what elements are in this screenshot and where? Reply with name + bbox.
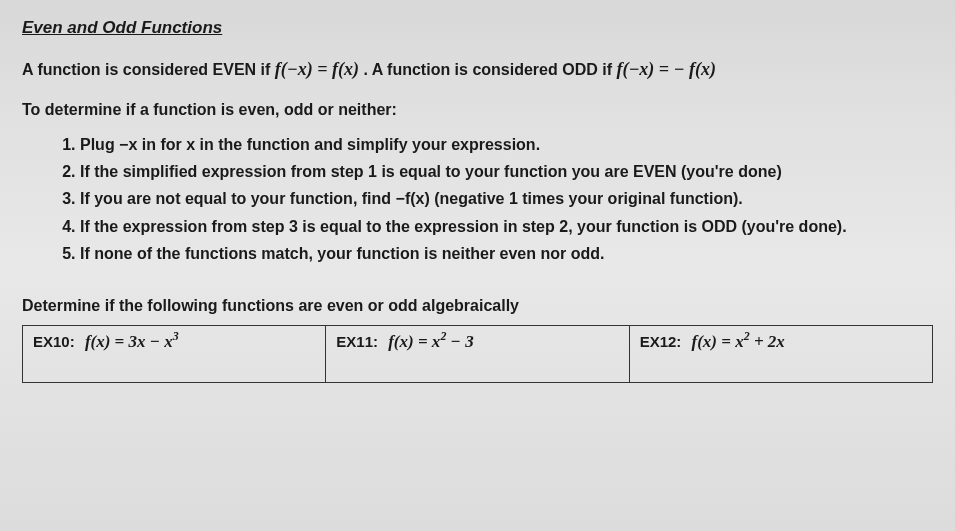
example-cell: EX10: f(x) = 3x − x3 <box>23 325 326 382</box>
step-item: If none of the functions match, your fun… <box>80 242 933 265</box>
examples-table: EX10: f(x) = 3x − x3 EX11: f(x) = x2 − 3… <box>22 325 933 383</box>
intro-text-1: A function is considered EVEN if <box>22 61 275 78</box>
example-function: f(x) = 3x − x3 <box>79 332 179 351</box>
example-cell: EX11: f(x) = x2 − 3 <box>326 325 629 382</box>
example-label: EX12: <box>640 333 682 350</box>
intro-math-odd: f(−x) = − f(x) <box>616 59 716 79</box>
step-item: If you are not equal to your function, f… <box>80 187 933 210</box>
intro-text-2: . A function is considered ODD if <box>363 61 616 78</box>
example-function: f(x) = x2 − 3 <box>382 332 473 351</box>
step-item: If the expression from step 3 is equal t… <box>80 215 933 238</box>
example-label: EX11: <box>336 333 378 350</box>
page-title: Even and Odd Functions <box>22 18 933 38</box>
example-function: f(x) = x2 + 2x <box>686 332 785 351</box>
example-cell: EX12: f(x) = x2 + 2x <box>629 325 932 382</box>
step-item: Plug −x in for x in the function and sim… <box>80 133 933 156</box>
example-label: EX10: <box>33 333 75 350</box>
determine-heading: Determine if the following functions are… <box>22 297 933 315</box>
subheading: To determine if a function is even, odd … <box>22 101 933 119</box>
intro-math-even: f(−x) = f(x) <box>275 59 359 79</box>
steps-list: Plug −x in for x in the function and sim… <box>80 133 933 265</box>
step-item: If the simplified expression from step 1… <box>80 160 933 183</box>
intro-paragraph: A function is considered EVEN if f(−x) =… <box>22 56 933 83</box>
